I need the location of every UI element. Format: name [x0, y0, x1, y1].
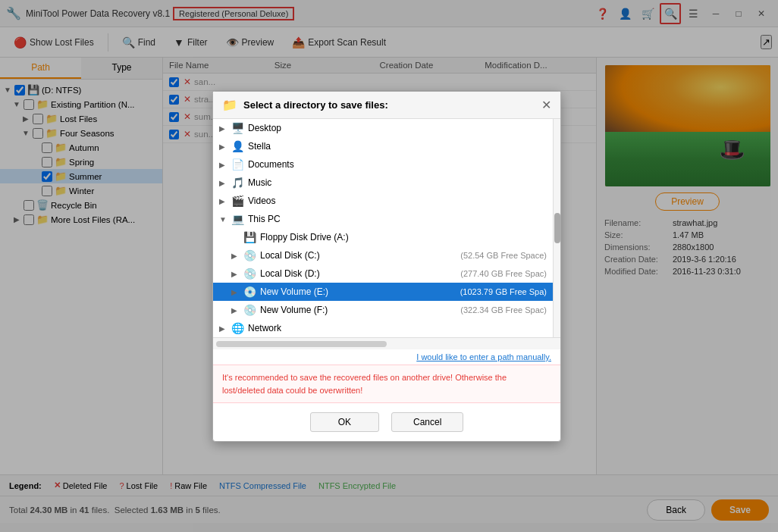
dialog-body: ▶ 🖥️ Desktop ▶ 👤 Stella ▶ 📄 Documen — [213, 119, 560, 441]
this-pc-icon: 💻 — [231, 213, 244, 225]
expand-videos[interactable]: ▶ — [219, 197, 231, 205]
manual-path-link[interactable]: I would like to enter a path manually. — [213, 349, 560, 365]
label-network: Network — [248, 323, 547, 333]
expand-this-pc[interactable]: ▼ — [219, 215, 231, 224]
documents-icon: 📄 — [231, 158, 244, 171]
expand-stella[interactable]: ▶ — [219, 142, 231, 151]
dialog-title-label: Select a directory to save files: — [243, 99, 388, 111]
space-volume-f: (322.34 GB Free Spac) — [460, 305, 547, 315]
dialog-title-bar: 📁 Select a directory to save files: ✕ — [213, 92, 560, 119]
dialog-overlay: 📁 Select a directory to save files: ✕ ▶ … — [0, 0, 778, 532]
label-documents: Documents — [248, 159, 547, 170]
label-videos: Videos — [248, 196, 547, 206]
disk-c-icon: 💿 — [243, 249, 256, 261]
label-desktop: Desktop — [248, 123, 547, 133]
expand-desktop[interactable]: ▶ — [219, 124, 231, 133]
expand-local-c[interactable]: ▶ — [231, 252, 243, 260]
dialog-scrollbar[interactable] — [553, 119, 560, 337]
folder-item-floppy[interactable]: ▶ 💾 Floppy Disk Drive (A:) — [213, 228, 553, 246]
folder-item-videos[interactable]: ▶ 🎬 Videos — [213, 192, 553, 210]
dialog-ok-button[interactable]: OK — [310, 412, 379, 432]
expand-volume-f[interactable]: ▶ — [231, 306, 243, 315]
folder-item-volume-e[interactable]: ▶ 💿 New Volume (E:) (1023.79 GB Free Spa… — [213, 283, 553, 301]
space-local-d: (277.40 GB Free Spac) — [460, 269, 547, 278]
desktop-icon: 🖥️ — [231, 122, 244, 134]
label-floppy: Floppy Disk Drive (A:) — [260, 232, 547, 243]
volume-e-icon: 💿 — [243, 286, 256, 298]
folder-item-network[interactable]: ▶ 🌐 Network — [213, 319, 553, 337]
folder-item-this-pc[interactable]: ▼ 💻 This PC — [213, 210, 553, 228]
folder-item-local-d[interactable]: ▶ 💿 Local Disk (D:) (277.40 GB Free Spac… — [213, 264, 553, 283]
save-dialog: 📁 Select a directory to save files: ✕ ▶ … — [212, 91, 561, 442]
label-music: Music — [248, 177, 547, 188]
folder-item-volume-f[interactable]: ▶ 💿 New Volume (F:) (322.34 GB Free Spac… — [213, 301, 553, 319]
space-local-c: (52.54 GB Free Space) — [460, 251, 547, 260]
folder-tree[interactable]: ▶ 🖥️ Desktop ▶ 👤 Stella ▶ 📄 Documen — [213, 119, 553, 337]
disk-d-icon: 💿 — [243, 268, 256, 280]
folder-item-stella[interactable]: ▶ 👤 Stella — [213, 137, 553, 155]
label-this-pc: This PC — [248, 214, 547, 224]
label-volume-e: New Volume (E:) — [260, 286, 460, 297]
dialog-warning: It's recommended to save the recovered f… — [213, 365, 560, 403]
expand-local-d[interactable]: ▶ — [231, 270, 243, 278]
stella-icon: 👤 — [231, 140, 244, 152]
music-icon: 🎵 — [231, 177, 244, 189]
folder-item-desktop[interactable]: ▶ 🖥️ Desktop — [213, 119, 553, 137]
floppy-icon: 💾 — [243, 231, 256, 243]
h-scrollbar-thumb — [216, 341, 387, 347]
label-local-c: Local Disk (C:) — [260, 250, 460, 261]
dialog-close-button[interactable]: ✕ — [541, 98, 551, 112]
expand-music[interactable]: ▶ — [219, 179, 231, 187]
space-volume-e: (1023.79 GB Free Spa) — [460, 287, 547, 296]
folder-item-local-c[interactable]: ▶ 💿 Local Disk (C:) (52.54 GB Free Space… — [213, 246, 553, 264]
label-local-d: Local Disk (D:) — [260, 268, 460, 279]
volume-f-icon: 💿 — [243, 304, 256, 316]
expand-documents[interactable]: ▶ — [219, 161, 231, 169]
dialog-folder-icon: 📁 — [222, 98, 237, 112]
folder-tree-container: ▶ 🖥️ Desktop ▶ 👤 Stella ▶ 📄 Documen — [213, 119, 560, 337]
label-stella: Stella — [248, 141, 547, 152]
videos-icon: 🎬 — [231, 195, 244, 207]
scrollbar-thumb — [554, 213, 560, 243]
folder-item-documents[interactable]: ▶ 📄 Documents — [213, 155, 553, 174]
network-icon: 🌐 — [231, 322, 244, 334]
expand-volume-e[interactable]: ▶ — [231, 288, 243, 296]
horizontal-scrollbar[interactable] — [213, 337, 560, 349]
expand-network[interactable]: ▶ — [219, 324, 231, 333]
folder-item-music[interactable]: ▶ 🎵 Music — [213, 174, 553, 192]
dialog-cancel-button[interactable]: Cancel — [391, 412, 463, 432]
dialog-buttons: OK Cancel — [213, 403, 560, 441]
label-volume-f: New Volume (F:) — [260, 305, 460, 315]
